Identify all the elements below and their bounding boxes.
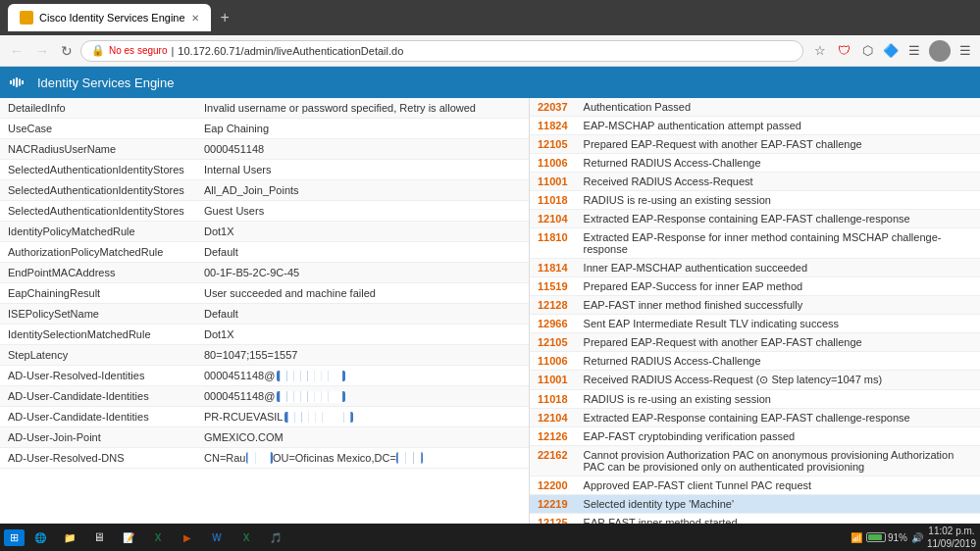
tab-favicon [20,11,33,25]
event-code: 12200 [530,476,576,495]
event-description: Prepared EAP-Success for inner EAP metho… [576,277,980,296]
event-row[interactable]: 11824EAP-MSCHAP authentication attempt p… [530,117,980,135]
taskbar-item-spreadsheet[interactable]: X [144,526,172,548]
event-row[interactable]: 12104Extracted EAP-Response containing E… [530,409,980,427]
event-row[interactable]: 12126EAP-FAST cryptobinding verification… [530,427,980,446]
detail-key: ISEPolicySetName [0,304,196,325]
detail-row: ISEPolicySetNameDefault [0,304,529,325]
main-content: DetailedInfoInvalid username or password… [0,98,980,551]
profile-avatar[interactable] [929,40,951,62]
battery-percent: 91% [888,532,907,543]
clock: 11:02 p.m. 11/09/2019 [927,525,976,550]
svg-rect-0 [10,80,12,84]
event-row[interactable]: 11810Extracted EAP-Response for inner me… [530,228,980,259]
files-icon: 📁 [62,529,77,545]
event-code: 12128 [530,296,576,315]
event-description: Received RADIUS Access-Request [576,173,980,191]
event-code: 11018 [530,390,576,409]
event-code: 12126 [530,427,576,446]
start-button[interactable]: ⊞ [4,529,25,546]
detail-value: Internal Users [196,160,529,180]
extension-icon4[interactable]: ☰ [905,42,923,60]
detail-row: AD-User-Resolved-DNSCN=Rau███OU=Oficinas… [0,448,529,469]
extension-icon2[interactable]: ⬡ [858,42,876,60]
taskbar-item-files[interactable]: 📁 [56,526,83,548]
event-description: Extracted EAP-Response for inner method … [576,228,980,259]
toolbar-icons: ☆ 🛡 ⬡ 🔷 ☰ ☰ [811,40,974,62]
event-row[interactable]: 12104Extracted EAP-Response containing E… [530,210,980,228]
event-row[interactable]: 12966Sent EAP Intermediate Result TLV in… [530,315,980,333]
browser-chrome: Cisco Identity Services Engine ✕ + [0,0,980,35]
tab-close-button[interactable]: ✕ [191,13,199,24]
event-row[interactable]: 11814Inner EAP-MSCHAP authentication suc… [530,259,980,277]
taskbar-item-impress[interactable]: ▶ [174,526,201,548]
taskbar-item-calc[interactable]: X [232,526,260,548]
detail-key: AuthorizationPolicyMatchedRule [0,242,196,263]
event-code: 12219 [530,495,576,514]
event-code: 12105 [530,135,576,154]
event-row[interactable]: 11001Received RADIUS Access-Request (⊙ S… [530,371,980,390]
extension-icon1[interactable]: 🛡 [835,42,852,60]
new-tab-button[interactable]: + [221,9,230,26]
event-code: 11006 [530,154,576,173]
event-code: 22037 [530,98,576,117]
event-row[interactable]: 12128EAP-FAST inner method finished succ… [530,296,980,315]
taskbar-item-text[interactable]: 📝 [115,526,142,548]
detail-row: SelectedAuthenticationIdentityStoresInte… [0,160,529,180]
event-code: 11824 [530,117,576,135]
svg-rect-1 [13,79,15,86]
event-row[interactable]: 12105Prepared EAP-Request with another E… [530,333,980,352]
detail-key: DetailedInfo [0,98,196,119]
detail-key: IdentityPolicyMatchedRule [0,222,196,242]
event-code: 11001 [530,173,576,191]
battery-icon [866,532,886,542]
writer-icon: W [209,529,225,545]
forward-button[interactable]: → [31,41,53,61]
taskbar-item-writer[interactable]: W [203,526,231,548]
browser-tab[interactable]: Cisco Identity Services Engine ✕ [8,4,211,31]
calc-icon: X [238,529,254,545]
firefox-icon: 🌐 [32,529,48,545]
taskbar-item-media[interactable]: 🎵 [262,526,289,548]
event-row[interactable]: 12105Prepared EAP-Request with another E… [530,135,980,154]
detail-row: NACRadiusUserName0000451148 [0,139,529,160]
url-text: | [171,45,174,57]
detail-value: Invalid username or password specified, … [196,98,529,119]
event-code: 12104 [530,210,576,228]
security-label: No es seguro [109,45,167,56]
app-header: Identity Services Engine [0,67,980,98]
event-description: Inner EAP-MSCHAP authentication succeede… [576,259,980,277]
detail-key: StepLatency [0,345,196,366]
detail-row: DetailedInfoInvalid username or password… [0,98,529,119]
spreadsheet-icon: X [150,529,166,545]
network-icon: 📶 [851,532,862,543]
taskbar-item-firefox[interactable]: 🌐 [26,526,54,548]
event-row[interactable]: 11018RADIUS is re-using an existing sess… [530,191,980,210]
sound-icon: 🔊 [911,532,923,543]
event-row[interactable]: 11519Prepared EAP-Success for inner EAP … [530,277,980,296]
media-icon: 🎵 [268,529,284,545]
detail-value: PR-RCUEVASIL█████████ [196,407,529,427]
event-row[interactable]: 11018RADIUS is re-using an existing sess… [530,390,980,409]
extension-icon3[interactable]: 🔷 [882,42,900,60]
text-editor-icon: 📝 [121,529,136,545]
event-code: 11001 [530,371,576,390]
event-row[interactable]: 12200Approved EAP-FAST client Tunnel PAC… [530,476,980,495]
event-description: Authentication Passed [576,98,980,117]
bookmark-icon[interactable]: ☆ [811,42,829,60]
event-row[interactable]: 11001Received RADIUS Access-Request [530,173,980,191]
event-row[interactable]: 22037Authentication Passed [530,98,980,117]
detail-value: 0000451148@█████████ [196,386,529,407]
event-row[interactable]: 11006Returned RADIUS Access-Challenge [530,352,980,371]
refresh-button[interactable]: ↻ [57,41,77,61]
event-row[interactable]: 11006Returned RADIUS Access-Challenge [530,154,980,173]
detail-key: AD-User-Resolved-DNS [0,448,196,469]
event-row[interactable]: 12219Selected identity type 'Machine' [530,495,980,514]
taskbar-item-terminal[interactable]: 🖥 [85,526,113,548]
event-description: Extracted EAP-Response containing EAP-FA… [576,409,980,427]
menu-button[interactable]: ☰ [956,42,974,60]
event-row[interactable]: 22162Cannot provision Authorization PAC … [530,446,980,476]
address-bar[interactable]: 🔒 No es seguro | 10.172.60.71/admin/live… [80,40,803,62]
svg-rect-3 [19,79,21,86]
back-button[interactable]: ← [6,41,27,61]
